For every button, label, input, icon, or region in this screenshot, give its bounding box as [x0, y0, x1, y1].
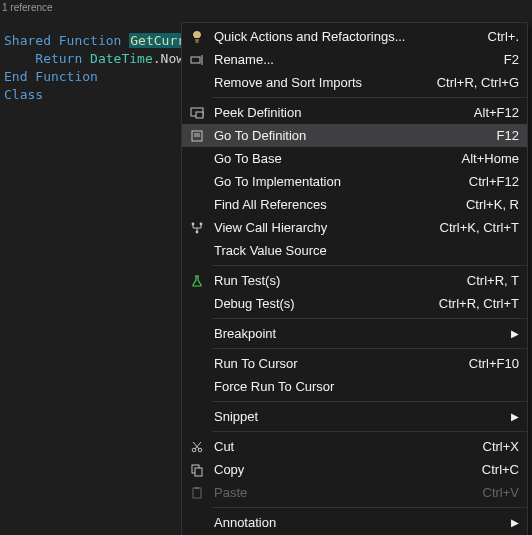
submenu-arrow-icon: ▶: [509, 517, 519, 528]
menu-snippet[interactable]: Snippet ▶: [182, 405, 527, 428]
blank-icon: [186, 151, 208, 167]
menu-copy[interactable]: Copy Ctrl+C: [182, 458, 527, 481]
menu-quick-actions[interactable]: Quick Actions and Refactorings... Ctrl+.: [182, 25, 527, 48]
menu-separator: [212, 507, 527, 508]
menu-shortcut: Ctrl+F12: [455, 174, 519, 189]
scissors-icon: [186, 439, 208, 455]
menu-remove-sort-imports[interactable]: Remove and Sort Imports Ctrl+R, Ctrl+G: [182, 71, 527, 94]
goto-def-icon: [186, 128, 208, 144]
svg-rect-16: [193, 488, 201, 498]
menu-label: Track Value Source: [208, 243, 505, 258]
menu-label: Cut: [208, 439, 469, 454]
menu-shortcut: Ctrl+R, Ctrl+T: [425, 296, 519, 311]
svg-rect-3: [196, 112, 203, 118]
menu-label: Annotation: [208, 515, 509, 530]
menu-debug-tests[interactable]: Debug Test(s) Ctrl+R, Ctrl+T: [182, 292, 527, 315]
menu-paste: Paste Ctrl+V: [182, 481, 527, 504]
flask-icon: [186, 273, 208, 289]
hierarchy-icon: [186, 220, 208, 236]
submenu-arrow-icon: ▶: [509, 328, 519, 339]
menu-label: View Call Hierarchy: [208, 220, 426, 235]
menu-rename[interactable]: Rename... F2: [182, 48, 527, 71]
keyword: End: [4, 69, 27, 84]
keyword: Return: [35, 51, 82, 66]
menu-label: Go To Base: [208, 151, 448, 166]
blank-icon: [186, 515, 208, 531]
menu-shortcut: Ctrl+K, Ctrl+T: [426, 220, 519, 235]
menu-view-call-hierarchy[interactable]: View Call Hierarchy Ctrl+K, Ctrl+T: [182, 216, 527, 239]
menu-goto-definition[interactable]: Go To Definition F12: [182, 124, 527, 147]
menu-shortcut: F12: [483, 128, 519, 143]
codelens-references[interactable]: 1 reference: [0, 0, 532, 14]
menu-shortcut: Alt+F12: [460, 105, 519, 120]
menu-separator: [212, 318, 527, 319]
menu-force-run-to-cursor[interactable]: Force Run To Cursor: [182, 375, 527, 398]
keyword: Function: [59, 33, 122, 48]
menu-peek-definition[interactable]: Peek Definition Alt+F12: [182, 101, 527, 124]
svg-rect-15: [195, 468, 202, 476]
menu-label: Run Test(s): [208, 273, 453, 288]
menu-shortcut: Ctrl+F10: [455, 356, 519, 371]
blank-icon: [186, 243, 208, 259]
menu-label: Quick Actions and Refactorings...: [208, 29, 474, 44]
menu-label: Find All References: [208, 197, 452, 212]
menu-run-to-cursor[interactable]: Run To Cursor Ctrl+F10: [182, 352, 527, 375]
menu-label: Go To Implementation: [208, 174, 455, 189]
submenu-arrow-icon: ▶: [509, 411, 519, 422]
svg-rect-0: [191, 57, 200, 63]
blank-icon: [186, 326, 208, 342]
blank-icon: [186, 197, 208, 213]
menu-goto-base[interactable]: Go To Base Alt+Home: [182, 147, 527, 170]
menu-separator: [212, 265, 527, 266]
menu-label: Rename...: [208, 52, 490, 67]
menu-label: Run To Cursor: [208, 356, 455, 371]
blank-icon: [186, 174, 208, 190]
menu-label: Breakpoint: [208, 326, 509, 341]
menu-annotation[interactable]: Annotation ▶: [182, 511, 527, 534]
menu-label: Peek Definition: [208, 105, 460, 120]
type-name: DateTime: [90, 51, 153, 66]
menu-shortcut: Ctrl+K, R: [452, 197, 519, 212]
context-menu: Quick Actions and Refactorings... Ctrl+.…: [181, 22, 528, 535]
menu-shortcut: Ctrl+X: [469, 439, 519, 454]
menu-goto-implementation[interactable]: Go To Implementation Ctrl+F12: [182, 170, 527, 193]
svg-rect-17: [195, 487, 199, 489]
menu-shortcut: Alt+Home: [448, 151, 519, 166]
blank-icon: [186, 296, 208, 312]
menu-label: Paste: [208, 485, 469, 500]
menu-breakpoint[interactable]: Breakpoint ▶: [182, 322, 527, 345]
menu-shortcut: Ctrl+R, T: [453, 273, 519, 288]
menu-shortcut: F2: [490, 52, 519, 67]
menu-label: Copy: [208, 462, 468, 477]
blank-icon: [186, 409, 208, 425]
menu-label: Debug Test(s): [208, 296, 425, 311]
menu-separator: [212, 348, 527, 349]
keyword: Class: [4, 87, 43, 102]
keyword: Function: [35, 69, 98, 84]
svg-point-9: [196, 230, 199, 233]
blank-icon: [186, 75, 208, 91]
keyword: Shared: [4, 33, 51, 48]
menu-label: Go To Definition: [208, 128, 483, 143]
svg-point-7: [192, 222, 195, 225]
menu-shortcut: Ctrl+V: [469, 485, 519, 500]
menu-separator: [212, 401, 527, 402]
menu-separator: [212, 97, 527, 98]
menu-label: Remove and Sort Imports: [208, 75, 423, 90]
blank-icon: [186, 379, 208, 395]
peek-icon: [186, 105, 208, 121]
rename-icon: [186, 52, 208, 68]
menu-run-tests[interactable]: Run Test(s) Ctrl+R, T: [182, 269, 527, 292]
menu-track-value-source[interactable]: Track Value Source: [182, 239, 527, 262]
lightbulb-icon: [186, 29, 208, 45]
menu-shortcut: Ctrl+.: [474, 29, 519, 44]
menu-shortcut: Ctrl+C: [468, 462, 519, 477]
menu-cut[interactable]: Cut Ctrl+X: [182, 435, 527, 458]
menu-shortcut: Ctrl+R, Ctrl+G: [423, 75, 519, 90]
menu-separator: [212, 431, 527, 432]
menu-find-all-references[interactable]: Find All References Ctrl+K, R: [182, 193, 527, 216]
svg-point-8: [200, 222, 203, 225]
menu-label: Force Run To Cursor: [208, 379, 505, 394]
blank-icon: [186, 356, 208, 372]
menu-label: Snippet: [208, 409, 509, 424]
